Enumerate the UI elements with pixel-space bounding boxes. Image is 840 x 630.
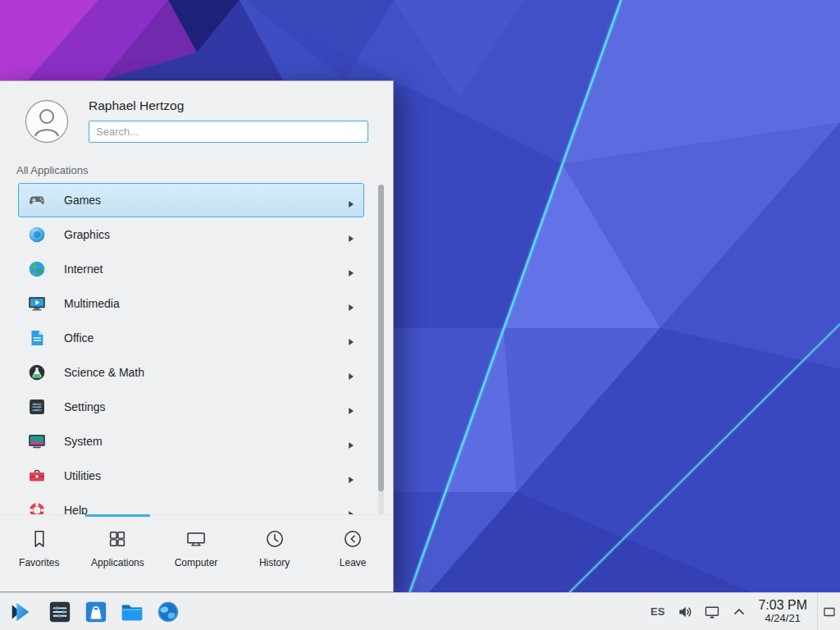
tab-leave[interactable]: Leave <box>313 515 392 591</box>
monitor-icon <box>185 527 208 550</box>
submenu-arrow-icon <box>348 300 354 308</box>
tab-label: History <box>259 557 290 568</box>
category-label: Settings <box>64 400 106 413</box>
submenu-arrow-icon <box>348 472 354 481</box>
submenu-arrow-icon <box>348 369 354 377</box>
display-icon[interactable] <box>704 604 720 620</box>
tab-applications[interactable]: Applications <box>79 515 158 591</box>
tab-favorites[interactable]: Favorites <box>0 515 79 591</box>
category-item-internet[interactable]: Internet <box>18 252 364 286</box>
category-item-graphics[interactable]: Graphics <box>18 217 364 252</box>
show-desktop-icon <box>822 605 837 619</box>
section-label: All Applications <box>16 164 88 176</box>
system-tray: ES 7:03 PM 4/24/21 <box>651 593 840 630</box>
blue-orb-icon <box>26 224 48 245</box>
submenu-arrow-icon <box>348 335 354 343</box>
system-monitor-icon <box>26 431 48 452</box>
category-label: Science & Math <box>64 366 144 379</box>
category-item-settings[interactable]: Settings <box>18 390 364 424</box>
submenu-arrow-icon <box>348 231 354 240</box>
show-desktop-button[interactable] <box>817 593 840 630</box>
category-item-games[interactable]: Games <box>18 183 364 217</box>
application-launcher-button[interactable] <box>5 596 36 628</box>
search-input[interactable] <box>89 121 368 143</box>
application-launcher-menu: Raphael Hertzog All Applications Games <box>0 80 394 592</box>
desktop: Raphael Hertzog All Applications Games <box>0 0 840 630</box>
volume-icon[interactable] <box>677 604 693 620</box>
back-circle-icon <box>341 527 364 550</box>
globe-icon <box>26 258 48 280</box>
file-manager-folder-icon[interactable] <box>120 600 144 624</box>
category-label: Games <box>64 194 101 207</box>
clock-date: 4/24/21 <box>758 613 807 625</box>
web-browser-globe-icon[interactable] <box>156 600 180 624</box>
category-item-office[interactable]: Office <box>18 321 364 355</box>
software-center-app-icon[interactable] <box>84 600 108 624</box>
lifebuoy-icon <box>26 500 48 516</box>
category-label: Multimedia <box>64 297 120 310</box>
taskbar: ES 7:03 PM 4/24/21 <box>0 592 840 630</box>
submenu-arrow-icon <box>348 197 354 205</box>
category-list: Games Graphics <box>0 183 394 516</box>
gamepad-icon <box>26 189 48 211</box>
category-label: System <box>64 435 103 448</box>
category-item-science-math[interactable]: Science & Math <box>18 355 364 390</box>
submenu-arrow-icon <box>348 266 354 274</box>
tab-label: Applications <box>91 557 144 568</box>
category-item-system[interactable]: System <box>18 424 364 459</box>
tab-bar: Favorites Applications <box>0 514 392 591</box>
document-icon <box>26 327 48 349</box>
flask-icon <box>26 362 48 383</box>
submenu-arrow-icon <box>348 438 354 446</box>
category-item-help[interactable]: Help <box>18 493 364 516</box>
category-label: Office <box>64 331 94 345</box>
tab-label: Favorites <box>19 557 59 568</box>
clock-time: 7:03 PM <box>758 598 807 613</box>
sliders-icon <box>26 396 48 418</box>
bookmark-icon <box>28 527 51 550</box>
submenu-arrow-icon <box>348 404 354 412</box>
monitor-play-icon <box>26 293 48 314</box>
tab-label: Computer <box>175 557 218 568</box>
expand-arrow-icon[interactable] <box>731 604 747 620</box>
category-item-utilities[interactable]: Utilities <box>18 459 364 493</box>
category-label: Utilities <box>64 469 101 482</box>
scrollbar[interactable] <box>378 185 384 514</box>
scrollbar-thumb[interactable] <box>378 185 384 491</box>
grid-icon <box>106 527 129 550</box>
category-label: Graphics <box>64 228 110 241</box>
tab-computer[interactable]: Computer <box>157 515 235 591</box>
category-label: Internet <box>64 262 103 276</box>
application-launcher-icon <box>8 600 33 624</box>
clock-icon <box>263 527 286 550</box>
keyboard-layout-indicator[interactable]: ES <box>651 605 664 618</box>
tab-label: Leave <box>340 557 367 568</box>
digital-clock[interactable]: 7:03 PM 4/24/21 <box>758 598 807 624</box>
toolbox-icon <box>26 465 48 486</box>
settings-sliders-app-icon[interactable] <box>48 600 72 624</box>
user-avatar[interactable] <box>25 99 69 144</box>
tab-history[interactable]: History <box>235 515 314 591</box>
user-name: Raphael Hertzog <box>89 98 184 113</box>
category-item-multimedia[interactable]: Multimedia <box>18 286 364 321</box>
